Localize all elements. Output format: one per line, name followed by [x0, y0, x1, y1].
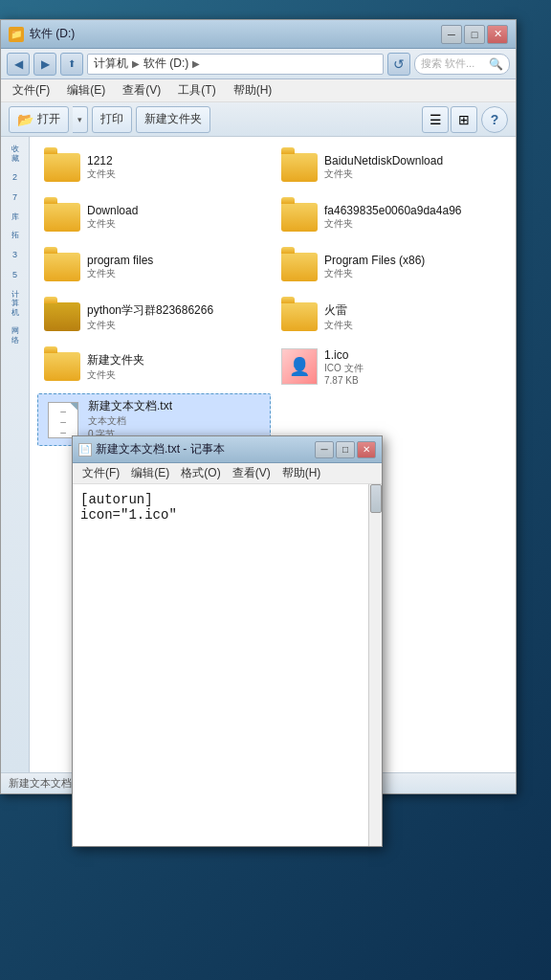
file-item-python[interactable]: python学习群823686266 文件夹: [37, 294, 271, 340]
ico-file-icon: 👤: [280, 347, 319, 386]
breadcrumb-arrow-1: ▶: [132, 58, 140, 69]
notepad-maximize-button[interactable]: □: [336, 441, 355, 458]
file-name-download: Download: [87, 204, 265, 217]
file-size-1ico: 7.87 KB: [324, 375, 502, 386]
open-icon: 📂: [17, 112, 33, 127]
refresh-button[interactable]: ↺: [387, 53, 410, 76]
file-type-newfolder: 文件夹: [87, 368, 265, 382]
breadcrumb-arrow-2: ▶: [192, 58, 200, 69]
sidebar-item-2[interactable]: 2: [3, 168, 28, 187]
sidebar-item-favorites[interactable]: 收藏: [3, 141, 28, 167]
file-type-download: 文件夹: [87, 217, 265, 231]
explorer-titlebar: 📁 软件 (D:) ─ □ ✕: [1, 20, 516, 49]
titlebar-buttons: ─ □ ✕: [441, 25, 508, 44]
notepad-scrollbar[interactable]: [368, 484, 382, 846]
scrollbar-thumb: [370, 484, 382, 513]
menu-help[interactable]: 帮助(H): [226, 80, 280, 100]
file-name-python: python学习群823686266: [87, 302, 265, 319]
file-name-newfolder: 新建文件夹: [87, 352, 265, 368]
menu-view[interactable]: 查看(V): [115, 80, 168, 100]
up-button[interactable]: ⬆: [60, 53, 83, 76]
file-type-baidu: 文件夹: [324, 167, 502, 181]
file-type-programfiles: 文件夹: [87, 267, 265, 280]
file-name-programfiles86: Program Files (x86): [324, 254, 502, 267]
notepad-minimize-button[interactable]: ─: [315, 441, 334, 458]
print-button[interactable]: 打印: [92, 106, 132, 133]
address-bar: ◀ ▶ ⬆ 计算机 ▶ 软件 (D:) ▶ ↺ 搜索 软件... 🔍: [1, 49, 516, 79]
file-item-1212[interactable]: 1212 文件夹: [37, 145, 271, 190]
breadcrumb-item-computer[interactable]: 计算机: [94, 56, 128, 72]
search-icon: 🔍: [489, 57, 503, 71]
breadcrumb-item-software[interactable]: 软件 (D:): [143, 56, 188, 72]
file-item-1ico[interactable]: 👤 1.ico ICO 文件 7.87 KB: [275, 344, 508, 390]
breadcrumb[interactable]: 计算机 ▶ 软件 (D:) ▶: [87, 54, 384, 75]
notepad-titlebar-left: 📄 新建文本文档.txt - 记事本: [78, 441, 225, 457]
new-folder-button[interactable]: 新建文件夹: [136, 106, 210, 133]
notepad-content: [autorun] icon="1.ico": [73, 484, 382, 846]
file-item-newfolder[interactable]: 新建文件夹 文件夹: [37, 344, 271, 390]
sidebar-item-network-expand[interactable]: 拓: [3, 227, 28, 244]
sidebar-item-5[interactable]: 5: [3, 266, 28, 284]
file-item-download[interactable]: Download 文件夹: [37, 194, 271, 240]
menu-bar: 文件(F) 编辑(E) 查看(V) 工具(T) 帮助(H): [1, 79, 516, 102]
folder-icon-newfolder: [43, 347, 81, 386]
file-type-hualei: 文件夹: [324, 319, 502, 332]
notepad-menu-edit[interactable]: 编辑(E): [125, 463, 175, 483]
forward-button[interactable]: ▶: [33, 53, 56, 76]
notepad-title: 新建文本文档.txt - 记事本: [96, 441, 225, 457]
open-dropdown[interactable]: ▾: [73, 106, 88, 133]
file-type-newtxt: 文本文档: [88, 414, 264, 428]
file-item-programfiles[interactable]: program files 文件夹: [37, 244, 271, 290]
file-item-programfiles86[interactable]: Program Files (x86) 文件夹: [275, 244, 508, 290]
notepad-menu-help[interactable]: 帮助(H): [276, 463, 327, 483]
file-type-1212: 文件夹: [87, 167, 265, 181]
view-grid-button[interactable]: ⊞: [451, 106, 477, 133]
sidebar-item-network[interactable]: 网络: [3, 323, 28, 348]
file-item-hualei[interactable]: 火雷 文件夹: [275, 294, 508, 340]
folder-icon-download: [43, 198, 81, 236]
search-bar[interactable]: 搜索 软件... 🔍: [414, 54, 510, 75]
toolbar: 📂 打开 ▾ 打印 新建文件夹 ☰ ⊞ ?: [1, 102, 516, 137]
notepad-menu-view[interactable]: 查看(V): [227, 463, 276, 483]
notepad-titlebar-buttons: ─ □ ✕: [315, 441, 376, 458]
menu-file[interactable]: 文件(F): [5, 80, 57, 100]
help-button[interactable]: ?: [481, 106, 508, 133]
file-type-1ico: ICO 文件: [324, 362, 502, 375]
folder-icon-python: [43, 298, 81, 336]
sidebar-item-3[interactable]: 3: [3, 246, 28, 264]
sidebar: 收藏 2 7 库 拓 3 5 计算机 网络: [1, 137, 30, 772]
folder-icon-programfiles86: [280, 248, 319, 286]
menu-edit[interactable]: 编辑(E): [59, 80, 113, 100]
file-type-programfiles86: 文件夹: [324, 267, 502, 280]
notepad-textarea[interactable]: [autorun] icon="1.ico": [73, 484, 382, 846]
notepad-close-button[interactable]: ✕: [357, 441, 376, 458]
notepad-menu-format[interactable]: 格式(O): [175, 463, 226, 483]
explorer-title: 软件 (D:): [30, 26, 75, 42]
sidebar-item-library[interactable]: 库: [3, 209, 28, 226]
open-button[interactable]: 📂 打开: [9, 106, 69, 133]
file-name-fa4639: fa4639835e0060a9da4a96: [324, 204, 502, 217]
menu-tools[interactable]: 工具(T): [170, 80, 223, 100]
back-button[interactable]: ◀: [7, 53, 30, 76]
folder-icon-hualei: [280, 298, 319, 336]
maximize-button[interactable]: □: [464, 25, 485, 44]
ico-thumbnail: 👤: [289, 356, 310, 377]
file-type-fa4639: 文件夹: [324, 217, 502, 231]
sidebar-item-7[interactable]: 7: [3, 189, 28, 207]
notepad-menu-file[interactable]: 文件(F): [77, 463, 125, 483]
file-item-baidu[interactable]: BaiduNetdiskDownload 文件夹: [275, 145, 508, 190]
notepad-menubar: 文件(F) 编辑(E) 格式(O) 查看(V) 帮助(H): [73, 463, 382, 484]
file-item-fa4639[interactable]: fa4639835e0060a9da4a96 文件夹: [275, 194, 508, 240]
folder-icon-fa4639: [280, 198, 319, 236]
notepad-window: 📄 新建文本文档.txt - 记事本 ─ □ ✕ 文件(F) 编辑(E) 格式(…: [72, 435, 383, 847]
notepad-titlebar: 📄 新建文本文档.txt - 记事本 ─ □ ✕: [73, 436, 382, 463]
open-label: 打开: [37, 111, 60, 127]
minimize-button[interactable]: ─: [441, 25, 462, 44]
sidebar-item-computer[interactable]: 计算机: [3, 286, 28, 322]
folder-icon-programfiles: [43, 248, 81, 286]
file-name-1212: 1212: [87, 154, 265, 167]
view-list-button[interactable]: ☰: [422, 106, 449, 133]
folder-icon-1212: [43, 148, 81, 187]
titlebar-left: 📁 软件 (D:): [9, 26, 75, 42]
close-button[interactable]: ✕: [487, 25, 508, 44]
